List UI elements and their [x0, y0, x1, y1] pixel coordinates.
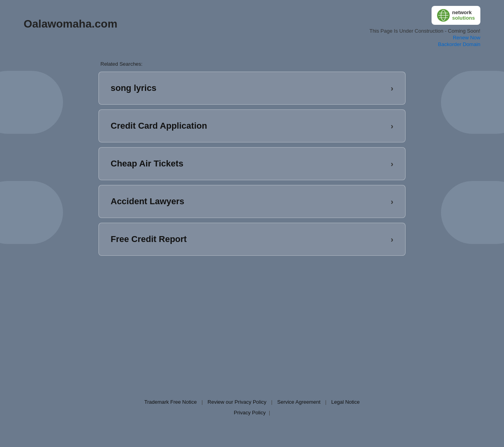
header-links: Renew Now Backorder Domain: [438, 35, 480, 47]
renew-now-link[interactable]: Renew Now: [453, 35, 480, 41]
site-title: Oalawomaha.com: [24, 18, 117, 30]
search-item-air-tickets[interactable]: Cheap Air Tickets ›: [98, 147, 406, 180]
ns-logo-text: network solutions: [452, 10, 475, 21]
chevron-right-icon: ›: [391, 122, 393, 131]
decorative-pill-left-bottom: [0, 181, 63, 244]
backorder-domain-link[interactable]: Backorder Domain: [438, 41, 480, 47]
search-item-text: Free Credit Report: [111, 234, 187, 244]
ns-logo-icon: [437, 9, 450, 22]
legal-notice-link[interactable]: Legal Notice: [326, 399, 364, 405]
footer: Trademark Free Notice | Review our Priva…: [0, 399, 504, 416]
main-content: Related Searches: song lyrics › Credit C…: [75, 53, 429, 268]
search-item-song-lyrics[interactable]: song lyrics ›: [98, 72, 406, 105]
search-item-text: song lyrics: [111, 83, 156, 93]
search-item-credit-card[interactable]: Credit Card Application ›: [98, 109, 406, 142]
ns-line2: solutions: [452, 15, 475, 21]
network-solutions-logo[interactable]: network solutions: [432, 6, 480, 25]
related-searches-label: Related Searches:: [98, 61, 406, 67]
search-item-text: Cheap Air Tickets: [111, 159, 183, 169]
ns-globe-icon: [438, 10, 449, 21]
chevron-right-icon: ›: [391, 159, 393, 168]
decorative-pill-right-bottom: [441, 181, 504, 244]
search-item-accident-lawyers[interactable]: Accident Lawyers ›: [98, 185, 406, 218]
chevron-right-icon: ›: [391, 197, 393, 206]
service-agreement-link[interactable]: Service Agreement: [272, 399, 325, 405]
decorative-pill-right-top: [441, 71, 504, 134]
header-status: This Page Is Under Construction - Coming…: [369, 28, 480, 34]
search-item-text: Accident Lawyers: [111, 196, 184, 207]
chevron-right-icon: ›: [391, 84, 393, 93]
header-right: network solutions This Page Is Under Con…: [369, 6, 480, 47]
footer-bottom: Privacy Policy |: [234, 410, 270, 416]
footer-links: Trademark Free Notice | Review our Priva…: [139, 399, 364, 405]
search-item-credit-report[interactable]: Free Credit Report ›: [98, 223, 406, 256]
header: Oalawomaha.com network solutions This Pa…: [0, 0, 504, 53]
search-item-text: Credit Card Application: [111, 121, 207, 131]
privacy-policy-link[interactable]: Review our Privacy Policy: [203, 399, 271, 405]
chevron-right-icon: ›: [391, 235, 393, 244]
privacy-policy-bottom-link[interactable]: Privacy Policy: [234, 410, 266, 416]
ns-line1: network: [452, 10, 475, 15]
footer-bottom-separator: |: [269, 410, 270, 416]
decorative-pill-left-top: [0, 71, 63, 134]
trademark-free-notice-link[interactable]: Trademark Free Notice: [139, 399, 201, 405]
